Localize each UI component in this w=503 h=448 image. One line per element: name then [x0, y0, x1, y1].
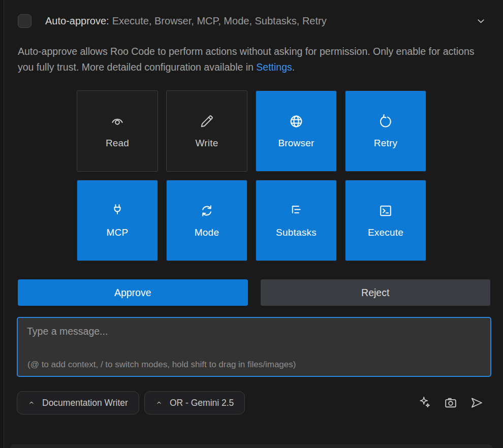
list-tree-icon	[289, 203, 304, 218]
model-selector-pill[interactable]: OR - Gemini 2.5	[144, 391, 245, 414]
description-suffix: .	[292, 61, 295, 73]
sync-icon	[199, 203, 214, 218]
auto-approve-checkbox[interactable]	[18, 14, 32, 28]
description-text: Auto-approve allows Roo Code to perform …	[18, 46, 475, 73]
eye-icon	[110, 114, 125, 129]
sparkle-icon	[418, 396, 432, 410]
auto-approve-toggle-grid: ReadWriteBrowserRetryMCPModeSubtasksExec…	[77, 90, 426, 261]
toggle-label: Browser	[278, 138, 314, 149]
toggle-label: Mode	[195, 227, 219, 238]
approve-button[interactable]: Approve	[18, 279, 248, 306]
bottom-panel-edge	[10, 444, 493, 448]
composer-footer: Documentation Writer OR - Gemini 2.5	[17, 391, 484, 414]
screenshot-button[interactable]	[444, 396, 458, 410]
auto-approve-description: Auto-approve allows Roo Code to perform …	[18, 44, 479, 75]
chevron-up-icon	[28, 399, 35, 406]
camera-icon	[444, 396, 458, 410]
toggle-retry[interactable]: Retry	[345, 90, 426, 172]
toggle-execute[interactable]: Execute	[345, 180, 426, 261]
reject-button[interactable]: Reject	[261, 279, 491, 306]
collapse-section-button[interactable]	[474, 14, 488, 28]
auto-approve-title-label: Auto-approve:	[45, 15, 109, 26]
pencil-icon	[199, 114, 214, 129]
toggle-label: MCP	[107, 227, 129, 238]
mode-selector-label: Documentation Writer	[42, 398, 128, 408]
toggle-read[interactable]: Read	[77, 90, 158, 172]
terminal-icon	[378, 203, 393, 218]
retry-icon	[378, 114, 393, 129]
auto-approve-summary: Execute, Browser, MCP, Mode, Subtasks, R…	[112, 15, 327, 26]
message-input[interactable]	[18, 318, 490, 376]
globe-icon	[289, 114, 304, 129]
composer-icon-buttons	[418, 396, 484, 410]
toggle-label: Subtasks	[276, 227, 317, 238]
toggle-write[interactable]: Write	[166, 90, 247, 172]
message-composer[interactable]: (@ to add context, / to switch modes, ho…	[17, 317, 491, 377]
toggle-browser[interactable]: Browser	[256, 90, 337, 172]
toggle-mode[interactable]: Mode	[166, 180, 247, 261]
toggle-mcp[interactable]: MCP	[77, 180, 158, 261]
enhance-prompt-button[interactable]	[418, 396, 432, 410]
plug-icon	[110, 203, 125, 218]
chevron-down-icon	[475, 15, 487, 27]
action-buttons-row: Approve Reject	[0, 261, 503, 306]
chevron-up-icon	[155, 399, 163, 406]
toggle-label: Execute	[368, 227, 403, 238]
auto-approve-title: Auto-approve:Execute, Browser, MCP, Mode…	[45, 15, 327, 27]
toggle-subtasks[interactable]: Subtasks	[256, 180, 337, 261]
toggle-label: Write	[196, 138, 218, 149]
toggle-label: Retry	[374, 138, 397, 149]
auto-approve-header: Auto-approve:Execute, Browser, MCP, Mode…	[0, 0, 503, 28]
panel-left-edge	[0, 0, 4, 448]
model-selector-label: OR - Gemini 2.5	[170, 398, 234, 408]
settings-link[interactable]: Settings	[256, 61, 292, 73]
toggle-label: Read	[106, 138, 129, 149]
send-icon	[469, 396, 484, 410]
send-button[interactable]	[469, 396, 484, 410]
mode-selector-pill[interactable]: Documentation Writer	[17, 391, 139, 414]
